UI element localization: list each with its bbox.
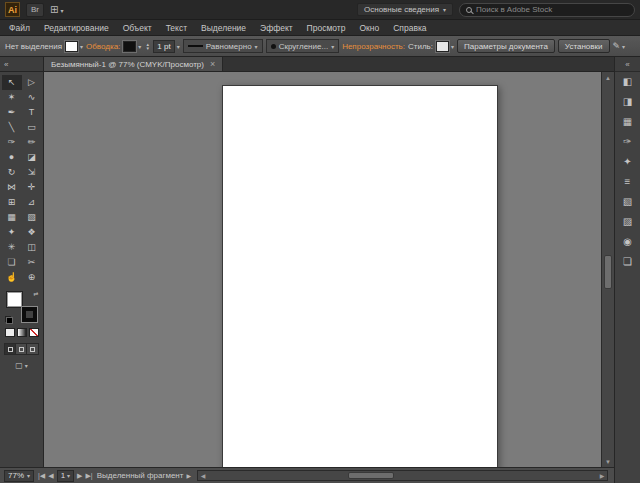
direct-selection-tool[interactable]: ▷ (22, 75, 42, 90)
selection-tool[interactable]: ↖ (2, 75, 22, 90)
menu-item[interactable]: Файл (2, 20, 37, 35)
screen-mode-button[interactable]: ▢ (15, 361, 28, 370)
scroll-up-icon[interactable]: ▲ (602, 72, 614, 83)
fill-color-box[interactable] (7, 292, 22, 307)
scroll-down-icon[interactable]: ▼ (602, 456, 614, 467)
symbols-panel-button[interactable]: ✦ (615, 152, 640, 172)
artboard[interactable] (222, 85, 498, 467)
stroke-weight-field[interactable]: 1 pt (153, 40, 174, 53)
lasso-tool[interactable]: ∿ (22, 90, 42, 105)
menu-item[interactable]: Текст (159, 20, 194, 35)
symbol-sprayer-tool[interactable]: ✳ (2, 240, 22, 255)
rotate-tool[interactable]: ↻ (2, 165, 22, 180)
scroll-right-icon[interactable]: ▶ (597, 472, 607, 479)
horizontal-scroll-thumb[interactable] (348, 472, 394, 479)
magic-wand-tool[interactable]: ✶ (2, 90, 22, 105)
gradient-panel-button[interactable]: ▧ (615, 192, 640, 212)
dock-expand-button[interactable]: « (615, 57, 640, 72)
gradient-tool[interactable]: ▧ (22, 210, 42, 225)
vertical-scroll-thumb[interactable] (604, 255, 612, 289)
zoom-level-dropdown[interactable]: 77% (4, 470, 34, 482)
scroll-left-icon[interactable]: ◀ (198, 472, 208, 479)
color-guide-panel-button[interactable]: ◨ (615, 92, 640, 112)
line-segment-tool[interactable]: ╲ (2, 120, 22, 135)
stroke-panel-link[interactable]: Обводка: (86, 42, 120, 51)
transparency-panel-button[interactable]: ▨ (615, 212, 640, 232)
slice-tool[interactable]: ✂ (22, 255, 42, 270)
free-transform-tool[interactable]: ✛ (22, 180, 42, 195)
next-artboard-button[interactable]: ▶ (77, 472, 82, 480)
arrange-documents-button[interactable]: ⊞ (50, 4, 63, 15)
draw-inside-button[interactable] (27, 344, 38, 354)
pencil-tool[interactable]: ✏ (22, 135, 42, 150)
mesh-tool[interactable]: ▦ (2, 210, 22, 225)
bridge-button[interactable]: Br (26, 3, 44, 17)
blend-tool[interactable]: ❖ (22, 225, 42, 240)
pen-tool[interactable]: ✒ (2, 105, 22, 120)
perspective-grid-tool[interactable]: ⊿ (22, 195, 42, 210)
menu-item[interactable]: Просмотр (300, 20, 353, 35)
stroke-color-dropdown[interactable] (123, 41, 141, 52)
paint-color-button[interactable] (5, 328, 15, 337)
opacity-panel-link[interactable]: Непрозрачность: (342, 42, 405, 51)
draw-behind-button[interactable] (16, 344, 27, 354)
horizontal-scroll-track[interactable] (208, 471, 597, 480)
search-input[interactable] (476, 5, 628, 14)
artboard-number-dropdown[interactable]: 1 (57, 470, 74, 482)
column-graph-tool[interactable]: ◫ (22, 240, 42, 255)
menu-item[interactable]: Выделение (194, 20, 253, 35)
zoom-tool[interactable]: ⊕ (22, 270, 42, 285)
control-bar: Нет выделения Обводка: ▴▾ 1 pt Равномерн… (0, 36, 640, 57)
fill-stroke-indicator[interactable]: ⇄ (5, 291, 39, 323)
menu-item[interactable]: Окно (352, 20, 386, 35)
color-panel-button[interactable]: ◧ (615, 72, 640, 92)
width-profile-dropdown[interactable]: Равномерно (183, 39, 263, 53)
rectangle-tool[interactable]: ▭ (22, 120, 42, 135)
swap-fill-stroke-icon[interactable]: ⇄ (33, 291, 38, 297)
eyedropper-tool[interactable]: ✦ (2, 225, 22, 240)
vertical-scroll-track[interactable] (602, 83, 614, 456)
toolbar-collapse-button[interactable]: « (0, 57, 44, 71)
paint-none-button[interactable] (29, 328, 39, 337)
previous-artboard-button[interactable]: ◀ (48, 472, 53, 480)
first-artboard-button[interactable]: |◀ (38, 472, 45, 480)
draw-normal-button[interactable] (5, 344, 16, 354)
workspace-switcher[interactable]: Основные сведения (357, 3, 453, 16)
stroke-weight-control[interactable]: ▴▾ 1 pt (144, 40, 179, 53)
scale-tool[interactable]: ⇲ (22, 165, 42, 180)
horizontal-scrollbar[interactable]: ◀ ▶ (197, 470, 608, 481)
status-display-menu[interactable]: Выделенный фрагмент ▶ (97, 471, 191, 480)
appearance-panel-button[interactable]: ◉ (615, 232, 640, 252)
paint-gradient-button[interactable] (17, 328, 27, 337)
menu-item[interactable]: Эффект (253, 20, 300, 35)
type-tool[interactable]: T (22, 105, 42, 120)
layers-panel-button[interactable]: ❏ (615, 252, 640, 272)
stroke-color-box[interactable] (22, 307, 37, 322)
control-bar-menu[interactable]: ✎ (613, 41, 626, 51)
blob-brush-tool[interactable]: ● (2, 150, 22, 165)
brush-definition-dropdown[interactable]: Скругление... (266, 39, 340, 53)
width-tool[interactable]: ⋈ (2, 180, 22, 195)
vertical-scrollbar[interactable]: ▲ ▼ (601, 72, 614, 467)
preferences-button[interactable]: Установки (558, 39, 610, 53)
eraser-tool[interactable]: ◪ (22, 150, 42, 165)
document-tab[interactable]: Безымянный-1 @ 77% (CMYK/Просмотр) × (44, 57, 223, 71)
menu-item[interactable]: Справка (386, 20, 433, 35)
artboard-tool[interactable]: ❏ (2, 255, 22, 270)
default-fill-stroke-icon[interactable] (5, 316, 11, 322)
canvas[interactable] (44, 72, 601, 467)
swatches-panel-button[interactable]: ▦ (615, 112, 640, 132)
menu-item[interactable]: Объект (116, 20, 159, 35)
last-artboard-button[interactable]: ▶| (85, 472, 92, 480)
graphic-style-dropdown[interactable] (436, 41, 454, 52)
fill-color-dropdown[interactable] (65, 41, 83, 52)
stroke-weight-stepper[interactable]: ▴▾ (144, 42, 151, 50)
paintbrush-tool[interactable]: ✑ (2, 135, 22, 150)
hand-tool[interactable]: ☝ (2, 270, 22, 285)
menu-item[interactable]: Редактирование (37, 20, 116, 35)
shape-builder-tool[interactable]: ⊞ (2, 195, 22, 210)
stroke-panel-button[interactable]: ≡ (615, 172, 640, 192)
document-setup-button[interactable]: Параметры документа (457, 39, 555, 53)
close-icon[interactable]: × (210, 60, 215, 69)
brushes-panel-button[interactable]: ✑ (615, 132, 640, 152)
